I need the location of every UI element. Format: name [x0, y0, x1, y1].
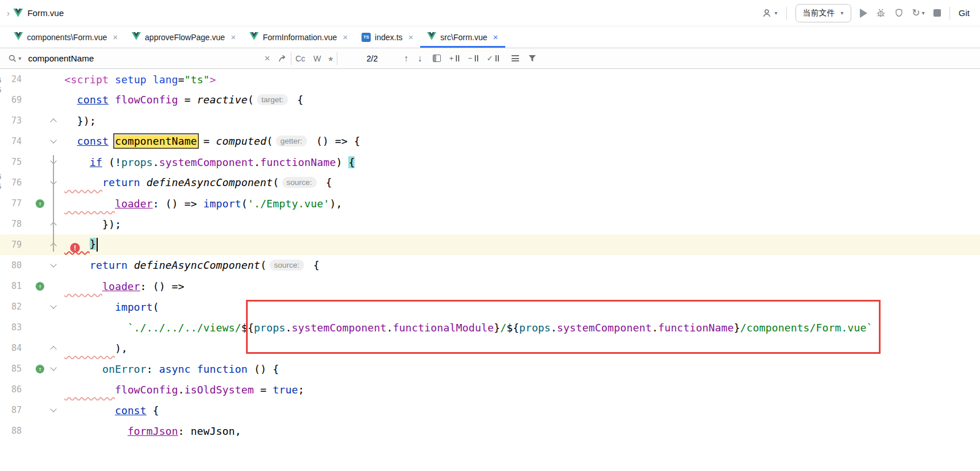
- whole-words-toggle[interactable]: W: [313, 54, 321, 63]
- fold-down-icon[interactable]: [50, 302, 56, 308]
- line-number[interactable]: 73: [0, 115, 26, 126]
- fold-down-icon[interactable]: [50, 261, 56, 267]
- code-text[interactable]: const {: [61, 404, 159, 416]
- run-config-selector[interactable]: 当前文件 ▾: [795, 4, 851, 22]
- tab-approveflowpage.vue[interactable]: approveFlowPage.vue×: [125, 26, 243, 48]
- fold-up-icon[interactable]: [50, 346, 56, 352]
- code-line-69[interactable]: 69 const flowConfig = reactive(target: {: [0, 90, 980, 110]
- code-line-87[interactable]: 87 const {: [0, 400, 980, 420]
- line-number[interactable]: 87: [0, 405, 26, 415]
- line-number[interactable]: 83: [0, 322, 26, 333]
- line-number[interactable]: 85: [0, 364, 26, 374]
- navigate-up-gutter-icon[interactable]: ↑: [36, 199, 44, 208]
- code-line-85[interactable]: 85↑ onError: async function () {: [0, 358, 980, 379]
- line-number[interactable]: 77: [0, 198, 26, 209]
- search-input[interactable]: ▾ componentName ×: [8, 53, 291, 64]
- code-text[interactable]: loader: () =>: [61, 280, 185, 292]
- fold-gutter: [46, 345, 61, 352]
- code-text[interactable]: });: [61, 115, 96, 127]
- code-text[interactable]: <script setup lang="ts">: [61, 74, 216, 86]
- line-number[interactable]: 81: [0, 281, 26, 291]
- line-number[interactable]: 78: [0, 219, 26, 229]
- select-all-matches-icon[interactable]: [433, 55, 441, 62]
- code-text[interactable]: onError: async function () {: [61, 363, 279, 375]
- code-text[interactable]: return defineAsyncComponent(source: {: [61, 259, 320, 272]
- code-line-75[interactable]: 75 if (!props.systemComponent.functionNa…: [0, 152, 980, 172]
- code-line-73[interactable]: 73 });: [0, 110, 980, 131]
- fold-down-icon[interactable]: [50, 406, 56, 412]
- line-number[interactable]: 79: [0, 240, 26, 250]
- match-case-toggle[interactable]: Cc: [295, 54, 305, 63]
- code-line-80[interactable]: 80 return defineAsyncComponent(source: {: [0, 255, 980, 276]
- code-text[interactable]: flowConfig.isOldSystem = true;: [61, 384, 305, 396]
- error-gutter-icon[interactable]: !: [70, 243, 80, 253]
- line-number[interactable]: 84: [0, 343, 26, 353]
- tab-close-icon[interactable]: ×: [408, 32, 413, 42]
- fold-up-icon[interactable]: [50, 118, 56, 125]
- user-button[interactable]: ▾: [762, 9, 777, 18]
- line-number[interactable]: 86: [0, 384, 26, 395]
- tab-components-form.vue[interactable]: components\Form.vue×: [7, 26, 125, 48]
- code-text[interactable]: if (!props.systemComponent.functionName)…: [61, 156, 355, 168]
- stop-button[interactable]: [933, 9, 941, 17]
- tab-index.ts[interactable]: TSindex.ts×: [355, 26, 420, 48]
- code-text[interactable]: const componentName = computed(getter: (…: [61, 135, 360, 148]
- inlay-hint: source:: [270, 260, 304, 271]
- code-text[interactable]: }!: [61, 238, 98, 252]
- add-occurrence-icon[interactable]: +: [449, 54, 460, 63]
- code-line-74[interactable]: 74 const componentName = computed(getter…: [0, 131, 980, 152]
- navigate-up-gutter-icon[interactable]: ↑: [36, 282, 44, 291]
- remove-occurrence-icon[interactable]: −: [468, 54, 478, 63]
- line-number[interactable]: 82: [0, 302, 26, 312]
- search-icon[interactable]: ▾: [8, 54, 21, 63]
- tab-close-icon[interactable]: ×: [343, 32, 348, 42]
- filter-icon[interactable]: [528, 55, 536, 62]
- code-line-81[interactable]: 81↑ loader: () =>: [0, 276, 980, 296]
- run-button[interactable]: [860, 9, 867, 18]
- line-number[interactable]: 75: [0, 157, 26, 167]
- line-number[interactable]: 80: [0, 260, 26, 271]
- regex-toggle[interactable]: *: [328, 54, 333, 68]
- code-line-79[interactable]: 79 }!: [0, 234, 980, 255]
- code-text[interactable]: });: [61, 218, 121, 230]
- code-text[interactable]: formJson: newJson,: [61, 425, 241, 437]
- tab-src-form.vue[interactable]: src\Form.vue×: [420, 26, 505, 48]
- fold-down-icon[interactable]: [50, 364, 56, 370]
- code-text[interactable]: const flowConfig = reactive(target: {: [61, 94, 303, 106]
- line-number[interactable]: 69: [0, 95, 26, 105]
- navigate-up-gutter-icon[interactable]: ↑: [36, 365, 44, 373]
- code-text[interactable]: import(: [61, 301, 159, 313]
- tab-forminformation.vue[interactable]: FormInformation.vue×: [243, 26, 355, 48]
- code-line-24[interactable]: 24<script setup lang="ts">: [0, 69, 980, 90]
- code-line-76[interactable]: 76 return defineAsyncComponent(source: {: [0, 172, 980, 193]
- fold-down-icon[interactable]: [50, 137, 56, 143]
- code-text[interactable]: loader: () => import('./Empty.vue'),: [61, 198, 342, 210]
- code-line-78[interactable]: 78 });: [0, 214, 980, 234]
- coverage-button[interactable]: [894, 8, 904, 18]
- tab-close-icon[interactable]: ×: [493, 32, 498, 42]
- fold-gutter: [46, 409, 61, 411]
- search-query-text[interactable]: componentName: [28, 53, 264, 63]
- vue-icon: [132, 32, 141, 42]
- git-toolwindow-button[interactable]: Git: [959, 8, 970, 18]
- tab-close-icon[interactable]: ×: [230, 32, 236, 42]
- select-occurrences-icon[interactable]: ✓: [487, 54, 499, 63]
- next-match-button[interactable]: ↓: [418, 53, 422, 64]
- previous-match-button[interactable]: ↑: [404, 53, 409, 64]
- rerun-button[interactable]: ↻ ▾: [912, 7, 925, 19]
- insert-newline-icon[interactable]: [278, 55, 287, 63]
- line-number[interactable]: 74: [0, 136, 26, 146]
- clear-search-icon[interactable]: ×: [264, 53, 270, 64]
- code-line-86[interactable]: 86 flowConfig.isOldSystem = true;: [0, 379, 980, 400]
- code-text[interactable]: ),: [61, 342, 128, 354]
- code-line-77[interactable]: 77↑ loader: () => import('./Empty.vue'),: [0, 193, 980, 214]
- debug-button[interactable]: [876, 8, 886, 18]
- filter-lines-icon[interactable]: [512, 55, 519, 61]
- code-text[interactable]: return defineAsyncComponent(source: {: [61, 176, 332, 189]
- clipped-edge-text: 5: [0, 86, 4, 94]
- code-line-88[interactable]: 88 formJson: newJson,: [0, 420, 980, 441]
- tab-close-icon[interactable]: ×: [113, 32, 118, 42]
- editor[interactable]: 24<script setup lang="ts">69 const flowC…: [0, 69, 980, 441]
- line-number[interactable]: 88: [0, 426, 26, 436]
- gutter: ↑: [26, 365, 46, 373]
